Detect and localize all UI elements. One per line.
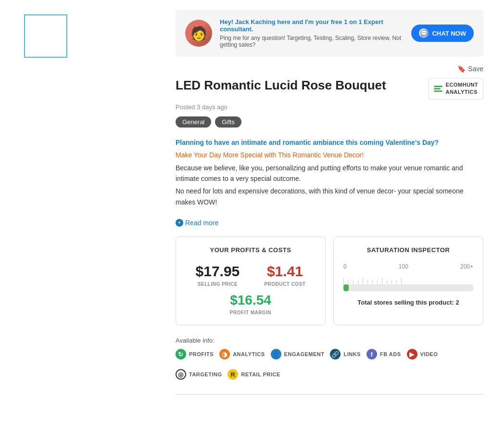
consultant-line2: Ping me for any question! Targeting, Tes… bbox=[220, 35, 404, 48]
ecomhunt-icon bbox=[434, 86, 442, 92]
info-badges: ↻ PROFITS ◑ ANALYTICS 👤 ENGAGEMENT 🔗 LIN… bbox=[176, 349, 483, 380]
badge-targeting[interactable]: ◎ TARGETING bbox=[176, 369, 222, 380]
available-info-label: Available info: bbox=[176, 337, 483, 344]
saturation-scale: 0 100 200+ bbox=[343, 263, 473, 291]
product-description: Planning to have an intimate and romanti… bbox=[176, 137, 483, 207]
desc-line4: No need for lots and expensive decoratio… bbox=[176, 186, 483, 207]
scale-labels: 0 100 200+ bbox=[343, 263, 473, 270]
saturation-title: SATURATION INSPECTOR bbox=[343, 246, 473, 254]
consultant-text: Hey! Jack Kaching here and I'm your free… bbox=[220, 18, 404, 48]
badge-profits[interactable]: ↻ PROFITS bbox=[176, 349, 214, 359]
targeting-icon: ◎ bbox=[176, 369, 186, 380]
retail-price-badge-label: RETAIL PRICE bbox=[241, 371, 280, 377]
badge-links[interactable]: 🔗 LINKS bbox=[330, 349, 361, 359]
selling-price-value: $17.95 bbox=[196, 263, 240, 280]
badge-analytics[interactable]: ◑ ANALYTICS bbox=[219, 349, 265, 359]
profit-margin-value: $16.54 bbox=[186, 293, 316, 308]
desc-line2: Make Your Day More Special with This Rom… bbox=[176, 150, 483, 160]
badge-fb-ads[interactable]: f FB ADS bbox=[367, 349, 401, 359]
profits-card: YOUR PROFITS & COSTS $17.95 SELLING PRIC… bbox=[176, 236, 326, 325]
tags-container: General Gifts bbox=[176, 116, 483, 128]
consultant-banner: 🧑 Hey! Jack Kaching here and I'm your fr… bbox=[176, 10, 483, 57]
badge-engagement[interactable]: 👤 ENGAGEMENT bbox=[271, 349, 325, 359]
save-label: Save bbox=[468, 65, 483, 73]
saturation-card: SATURATION INSPECTOR 0 100 200+ bbox=[333, 236, 483, 325]
chat-now-button[interactable]: 💬 CHAT NOW bbox=[411, 25, 474, 42]
profits-row: $17.95 SELLING PRICE $1.41 PRODUCT COST bbox=[186, 263, 316, 287]
ecomhunt-badge-text: ECOMHUNT ANALYTICS bbox=[445, 81, 478, 96]
targeting-badge-label: TARGETING bbox=[189, 371, 222, 377]
scale-mid: 100 bbox=[399, 263, 408, 270]
badge-video[interactable]: ▶ VIDEO bbox=[407, 349, 438, 359]
avatar-emoji: 🧑 bbox=[190, 26, 207, 41]
scale-max: 200+ bbox=[460, 263, 473, 270]
save-area: 🔖 Save bbox=[176, 64, 483, 73]
plus-circle-icon: + bbox=[176, 219, 183, 227]
video-icon: ▶ bbox=[407, 349, 417, 359]
fb-ads-icon: f bbox=[367, 349, 377, 359]
tag-gifts[interactable]: Gifts bbox=[215, 116, 241, 128]
consultant-line1: Hey! Jack Kaching here and I'm your free… bbox=[220, 18, 404, 33]
product-cost-value: $1.41 bbox=[264, 263, 305, 280]
saturation-bar-fill bbox=[343, 284, 349, 291]
product-title: LED Romantic Lucid Rose Bouquet bbox=[176, 78, 421, 93]
profits-badge-label: PROFITS bbox=[189, 351, 214, 357]
profits-title: YOUR PROFITS & COSTS bbox=[186, 246, 316, 254]
chat-now-label: CHAT NOW bbox=[432, 30, 466, 37]
ecomhunt-badge[interactable]: ECOMHUNT ANALYTICS bbox=[429, 78, 483, 100]
desc-line1: Planning to have an intimate and romanti… bbox=[176, 137, 483, 148]
analytics-icon: ◑ bbox=[219, 349, 230, 359]
retail-price-icon: R bbox=[228, 369, 238, 380]
bottom-divider bbox=[176, 394, 483, 395]
selling-price-label: SELLING PRICE bbox=[196, 282, 240, 287]
product-cost-label: PRODUCT COST bbox=[264, 282, 305, 287]
links-icon: 🔗 bbox=[330, 349, 341, 359]
video-badge-label: VIDEO bbox=[420, 351, 438, 357]
saturation-stores-text: Total stores selling this product: 2 bbox=[343, 299, 473, 306]
engagement-icon: 👤 bbox=[271, 349, 281, 359]
consultant-avatar: 🧑 bbox=[185, 20, 212, 47]
engagement-badge-label: ENGAGEMENT bbox=[284, 351, 325, 357]
bookmark-icon: 🔖 bbox=[457, 65, 466, 73]
profit-margin-label: PROFIT MARGIN bbox=[186, 310, 316, 315]
cards-row: YOUR PROFITS & COSTS $17.95 SELLING PRIC… bbox=[176, 236, 483, 325]
fb-ads-badge-label: FB ADS bbox=[380, 351, 401, 357]
read-more-button[interactable]: + Read more bbox=[176, 219, 218, 227]
product-image-placeholder bbox=[24, 14, 67, 58]
profits-icon: ↻ bbox=[176, 349, 186, 359]
analytics-badge-label: ANALYTICS bbox=[233, 351, 265, 357]
posted-date: Posted 3 days ago bbox=[176, 103, 483, 111]
links-badge-label: LINKS bbox=[343, 351, 361, 357]
messenger-icon: 💬 bbox=[419, 28, 429, 38]
profit-margin-block: $16.54 PROFIT MARGIN bbox=[186, 293, 316, 315]
tick-row bbox=[343, 273, 473, 284]
badge-retail-price[interactable]: R RETAIL PRICE bbox=[228, 369, 280, 380]
scale-min: 0 bbox=[343, 263, 347, 270]
read-more-label: Read more bbox=[185, 219, 218, 227]
desc-line3: Because we believe, like you, personaliz… bbox=[176, 163, 483, 184]
product-header: LED Romantic Lucid Rose Bouquet ECOMHUNT… bbox=[176, 78, 483, 100]
save-button[interactable]: 🔖 Save bbox=[457, 65, 483, 73]
tag-general[interactable]: General bbox=[176, 116, 211, 128]
selling-price-block: $17.95 SELLING PRICE bbox=[196, 263, 240, 287]
product-cost-block: $1.41 PRODUCT COST bbox=[264, 263, 305, 287]
saturation-bar-container bbox=[343, 284, 473, 291]
